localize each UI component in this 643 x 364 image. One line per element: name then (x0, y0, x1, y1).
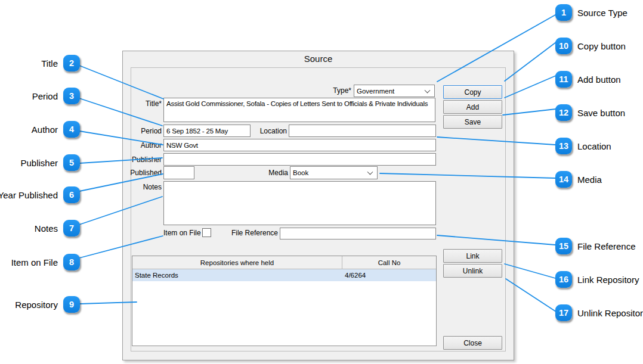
table-header-row: Repositories where held Call No (132, 256, 436, 269)
annotated-screenshot: Source Type* Government Copy Add Save Ti… (0, 0, 643, 364)
table-row[interactable]: State Records 4/6264 (132, 269, 436, 281)
unlink-button[interactable]: Unlink (443, 264, 502, 278)
callout-link-repository: 16 Link Repository (555, 271, 639, 288)
call-no-cell: 4/6264 (342, 269, 436, 281)
location-field[interactable] (289, 125, 436, 137)
file-reference-label: File Reference (218, 229, 278, 237)
chevron-down-icon (367, 169, 373, 175)
file-reference-field[interactable] (280, 228, 436, 239)
callout-period: Period 3 (0, 88, 80, 104)
callout-badge: 14 (555, 171, 572, 188)
callout-badge: 1 (555, 4, 572, 21)
dialog-title: Source (123, 54, 514, 64)
callout-badge: 15 (555, 238, 572, 254)
repository-name-cell: State Records (132, 269, 342, 281)
callout-badge: 9 (63, 296, 80, 313)
callout-item-on-file: Item on File 8 (0, 254, 80, 270)
media-dropdown[interactable]: Book (290, 166, 378, 179)
column-header-call-no[interactable]: Call No (342, 256, 436, 269)
notes-field[interactable] (163, 181, 436, 225)
callout-badge: 8 (63, 254, 80, 270)
callout-author: Author 4 (0, 121, 80, 138)
copy-button[interactable]: Copy (443, 85, 502, 99)
published-field[interactable] (163, 166, 194, 179)
callout-repository: Repository 9 (0, 296, 80, 313)
notes-label: Notes (123, 183, 162, 191)
media-value: Book (293, 169, 308, 176)
callout-badge: 10 (555, 38, 572, 54)
location-label: Location (236, 127, 287, 135)
close-button[interactable]: Close (443, 336, 502, 350)
callout-badge: 13 (555, 138, 572, 154)
publisher-field[interactable] (163, 153, 436, 166)
period-label: Period (123, 127, 162, 135)
media-label: Media (237, 169, 288, 177)
callout-year-published: Year Published 6 (0, 186, 80, 203)
callout-unlink-repository: 17 Unlink Repository (555, 304, 643, 321)
publisher-label: Publisher (123, 155, 162, 164)
item-on-file-checkbox[interactable] (202, 228, 211, 237)
chevron-down-icon (425, 87, 431, 93)
column-header-repositories[interactable]: Repositories where held (132, 256, 342, 269)
add-button[interactable]: Add (443, 100, 502, 114)
callout-badge: 3 (63, 88, 80, 104)
callout-badge: 16 (555, 271, 572, 288)
callout-add-button: 11 Add button (555, 71, 621, 88)
repositories-table: Repositories where held Call No State Re… (132, 256, 437, 346)
callout-badge: 6 (63, 186, 80, 203)
save-button[interactable]: Save (443, 115, 502, 129)
item-on-file-label: Item on File (163, 229, 201, 237)
source-type-dropdown[interactable]: Government (354, 85, 435, 97)
source-dialog: Source Type* Government Copy Add Save Ti… (122, 51, 514, 360)
callout-title: Title 2 (0, 55, 80, 71)
link-button[interactable]: Link (443, 249, 502, 263)
title-label: Title* (123, 99, 162, 108)
callout-badge: 2 (63, 55, 80, 71)
title-field[interactable]: Assist Gold Commissioner, Sofala - Copie… (163, 98, 435, 122)
callout-location: 13 Location (555, 138, 611, 154)
callout-publisher: Publisher 5 (0, 154, 80, 171)
author-field[interactable] (163, 139, 436, 151)
callout-copy-button: 10 Copy button (555, 38, 626, 54)
callout-badge: 12 (555, 104, 572, 121)
callout-source-type: 1 Source Type (555, 4, 627, 21)
callout-badge: 4 (63, 121, 80, 138)
published-label: Published (123, 169, 162, 177)
author-label: Author (123, 141, 162, 150)
callout-file-reference: 15 File Reference (555, 238, 636, 254)
callout-save-button: 12 Save button (555, 104, 625, 121)
callout-badge: 17 (555, 304, 572, 321)
callout-notes: Notes 7 (0, 220, 80, 237)
callout-badge: 5 (63, 154, 80, 171)
type-label: Type* (292, 86, 351, 95)
callout-badge: 11 (555, 71, 572, 88)
source-type-value: Government (357, 88, 394, 95)
callout-badge: 7 (63, 220, 80, 237)
callout-media: 14 Media (555, 171, 602, 188)
